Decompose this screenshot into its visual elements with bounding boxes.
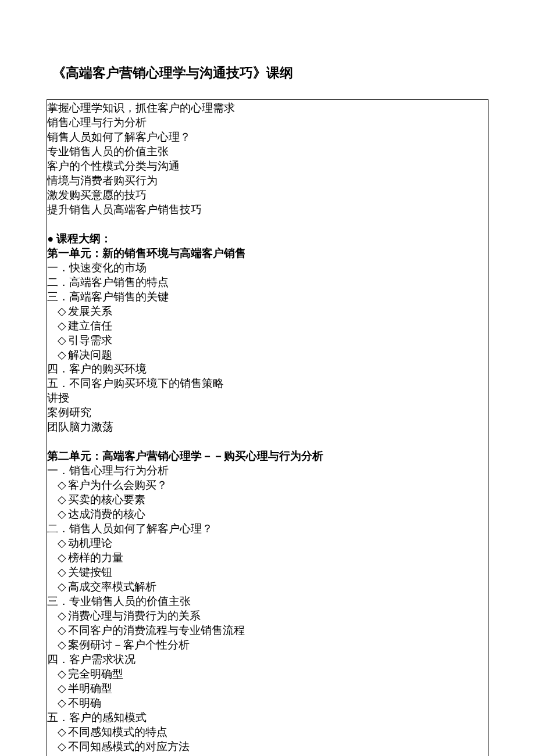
unit1-item: 四．客户的购买环境 bbox=[47, 362, 488, 377]
unit2-header: 第二单元：高端客户营销心理学－－购买心理与行为分析 bbox=[47, 449, 488, 464]
unit1-sub: ◇建立信任 bbox=[47, 319, 488, 334]
unit2-sub: ◇动机理论 bbox=[47, 536, 488, 551]
content-box: 掌握心理学知识，抓住客户的心理需求 销售心理与行为分析 销售人员如何了解客户心理… bbox=[47, 99, 488, 756]
intro-line: 客户的个性模式分类与沟通 bbox=[47, 159, 488, 174]
sub-text: 榜样的力量 bbox=[68, 552, 123, 564]
diamond-icon: ◇ bbox=[58, 624, 68, 638]
diamond-icon: ◇ bbox=[58, 334, 68, 348]
sub-text: 案例研讨－客户个性分析 bbox=[68, 639, 190, 651]
diamond-icon: ◇ bbox=[58, 319, 68, 334]
unit2-sub: ◇关键按钮 bbox=[47, 565, 488, 580]
unit2-sub: ◇榜样的力量 bbox=[47, 551, 488, 565]
diamond-icon: ◇ bbox=[58, 493, 68, 507]
unit2-sub: ◇高成交率模式解析 bbox=[47, 580, 488, 594]
diamond-icon: ◇ bbox=[58, 609, 68, 624]
page-title: 《高端客户营销心理学与沟通技巧》课纲 bbox=[52, 64, 488, 82]
unit2-sub: ◇达成消费的核心 bbox=[47, 507, 488, 522]
sub-text: 不同知感模式的对应方法 bbox=[68, 741, 190, 753]
diamond-icon: ◇ bbox=[58, 696, 68, 711]
sub-text: 建立信任 bbox=[68, 320, 112, 332]
unit1-item: 二．高端客户销售的特点 bbox=[47, 275, 488, 290]
sub-text: 关键按钮 bbox=[68, 567, 112, 578]
spacer bbox=[47, 435, 488, 449]
unit1-sub: ◇解决问题 bbox=[47, 348, 488, 363]
spacer bbox=[47, 217, 488, 232]
intro-line: 掌握心理学知识，抓住客户的心理需求 bbox=[47, 101, 488, 116]
diamond-icon: ◇ bbox=[58, 304, 68, 319]
unit2-section-header: 二．销售人员如何了解客户心理？ bbox=[47, 522, 488, 536]
sub-text: 发展关系 bbox=[68, 306, 112, 317]
intro-line: 销售心理与行为分析 bbox=[47, 116, 488, 130]
diamond-icon: ◇ bbox=[58, 536, 68, 551]
diamond-icon: ◇ bbox=[58, 638, 68, 653]
diamond-icon: ◇ bbox=[58, 740, 68, 754]
sub-text: 不明确 bbox=[68, 697, 101, 709]
page-container: 《高端客户营销心理学与沟通技巧》课纲 掌握心理学知识，抓住客户的心理需求 销售心… bbox=[0, 0, 535, 756]
intro-line: 提升销售人员高端客户销售技巧 bbox=[47, 203, 488, 217]
unit1-sub: ◇发展关系 bbox=[47, 304, 488, 319]
sub-text: 解决问题 bbox=[68, 349, 112, 361]
unit1-sub: ◇引导需求 bbox=[47, 334, 488, 348]
unit1-item: 团队脑力激荡 bbox=[47, 420, 488, 435]
sub-text: 动机理论 bbox=[68, 538, 112, 549]
unit2-sub: ◇不同知感模式的对应方法 bbox=[47, 740, 488, 754]
unit2-sub: ◇不同客户的消费流程与专业销售流程 bbox=[47, 624, 488, 638]
outline-header: ● 课程大纲： bbox=[47, 232, 488, 246]
intro-line: 情境与消费者购买行为 bbox=[47, 174, 488, 188]
unit1-item: 讲授 bbox=[47, 391, 488, 406]
unit2-sub: ◇案例研讨－客户个性分析 bbox=[47, 638, 488, 653]
unit2-section-header: 四．客户需求状况 bbox=[47, 653, 488, 667]
sub-text: 高成交率模式解析 bbox=[68, 581, 156, 593]
sub-text: 不同客户的消费流程与专业销售流程 bbox=[68, 625, 245, 636]
sub-text: 完全明确型 bbox=[68, 668, 123, 680]
sub-text: 达成消费的核心 bbox=[68, 508, 145, 520]
sub-text: 半明确型 bbox=[68, 683, 112, 694]
intro-line: 销售人员如何了解客户心理？ bbox=[47, 130, 488, 145]
unit2-sub: ◇不明确 bbox=[47, 696, 488, 711]
diamond-icon: ◇ bbox=[58, 565, 68, 580]
diamond-icon: ◇ bbox=[58, 348, 68, 363]
unit2-sub: ◇买卖的核心要素 bbox=[47, 493, 488, 507]
diamond-icon: ◇ bbox=[58, 478, 68, 493]
unit1-item: 一．快速变化的市场 bbox=[47, 261, 488, 275]
unit2-sub: ◇客户为什么会购买？ bbox=[47, 478, 488, 493]
unit2-section-header: 三．专业销售人员的价值主张 bbox=[47, 594, 488, 609]
unit2-sub: ◇半明确型 bbox=[47, 682, 488, 696]
unit1-item: 三．高端客户销售的关键 bbox=[47, 290, 488, 304]
unit1-item: 五．不同客户购买环境下的销售策略 bbox=[47, 377, 488, 391]
diamond-icon: ◇ bbox=[58, 667, 68, 682]
unit1-header: 第一单元：新的销售环境与高端客户销售 bbox=[47, 246, 488, 261]
sub-text: 买卖的核心要素 bbox=[68, 494, 145, 506]
unit2-sub: ◇不同感知模式的特点 bbox=[47, 725, 488, 740]
sub-text: 消费心理与消费行为的关系 bbox=[68, 610, 201, 622]
unit2-sub: ◇消费心理与消费行为的关系 bbox=[47, 609, 488, 624]
diamond-icon: ◇ bbox=[58, 725, 68, 740]
diamond-icon: ◇ bbox=[58, 682, 68, 696]
diamond-icon: ◇ bbox=[58, 551, 68, 565]
diamond-icon: ◇ bbox=[58, 507, 68, 522]
sub-text: 不同感知模式的特点 bbox=[68, 726, 167, 738]
unit2-sub: ◇完全明确型 bbox=[47, 667, 488, 682]
unit2-section-header: 一．销售心理与行为分析 bbox=[47, 464, 488, 478]
intro-line: 激发购买意愿的技巧 bbox=[47, 188, 488, 203]
diamond-icon: ◇ bbox=[58, 580, 68, 594]
sub-text: 引导需求 bbox=[68, 335, 112, 346]
intro-line: 专业销售人员的价值主张 bbox=[47, 145, 488, 159]
sub-text: 客户为什么会购买？ bbox=[68, 479, 167, 491]
unit1-item: 案例研究 bbox=[47, 406, 488, 420]
unit2-section-header: 五．客户的感知模式 bbox=[47, 711, 488, 725]
